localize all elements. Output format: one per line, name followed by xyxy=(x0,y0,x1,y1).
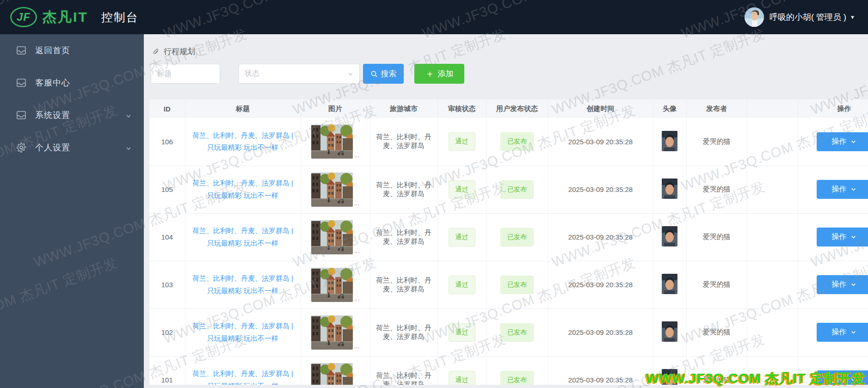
publish-status-badge: 已发布 xyxy=(500,276,534,294)
row-title-link[interactable]: 荷兰、比利时、丹麦、法罗群岛 | 只玩最精彩 玩出不一样 xyxy=(185,129,301,154)
cell-id: 106 xyxy=(149,118,185,166)
cell-image: ... xyxy=(301,261,370,308)
chevron-down-icon xyxy=(125,144,132,151)
cell-image: ... xyxy=(301,308,370,356)
row-title-link[interactable]: 荷兰、比利时、丹麦、法罗群岛 | 只玩最精彩 玩出不一样 xyxy=(185,368,301,385)
table-row: 104荷兰、比利时、丹麦、法罗群岛 | 只玩最精彩 玩出不一样 ...荷兰、比利… xyxy=(149,213,868,261)
row-title-link[interactable]: 荷兰、比利时、丹麦、法罗群岛 | 只玩最精彩 玩出不一样 xyxy=(185,177,301,202)
cell-created-at: 2025-03-09 20:35:28 xyxy=(548,356,653,385)
user-menu[interactable]: 呼吸的小胡( 管理员 ) ▼ xyxy=(745,7,868,27)
cell-id: 102 xyxy=(149,308,185,356)
sidebar-item-personal-settings[interactable]: 个人设置 xyxy=(0,131,144,164)
chevron-down-icon xyxy=(850,377,856,383)
publisher-avatar xyxy=(662,274,677,294)
cell-city: 荷兰、比利时、丹麦、法罗群岛 xyxy=(370,261,437,308)
cell-review-status: 通过 xyxy=(437,356,486,385)
row-action-dropdown-button[interactable]: 操作 xyxy=(817,132,868,151)
row-title-link[interactable]: 荷兰、比利时、丹麦、法罗群岛 | 只玩最精彩 玩出不一样 xyxy=(185,225,301,249)
row-action-dropdown-button[interactable]: 操作 xyxy=(817,228,868,246)
sidebar-item-home[interactable]: 返回首页 xyxy=(0,34,144,67)
publisher-avatar xyxy=(662,321,677,342)
chevron-down-icon xyxy=(850,282,856,288)
sidebar-item-label: 个人设置 xyxy=(35,142,125,153)
add-button[interactable]: ＋ 添加 xyxy=(414,64,464,84)
title-filter-input[interactable] xyxy=(151,64,220,84)
review-status-badge: 通过 xyxy=(449,132,475,151)
review-status-badge: 通过 xyxy=(449,276,475,294)
search-icon xyxy=(370,70,378,78)
cell-title: 荷兰、比利时、丹麦、法罗群岛 | 只玩最精彩 玩出不一样 xyxy=(185,166,301,213)
table-row: 103荷兰、比利时、丹麦、法罗群岛 | 只玩最精彩 玩出不一样 ...荷兰、比利… xyxy=(149,261,868,308)
cell-title: 荷兰、比利时、丹麦、法罗群岛 | 只玩最精彩 玩出不一样 xyxy=(185,356,301,385)
status-select-placeholder: 状态 xyxy=(245,69,259,79)
row-title-link[interactable]: 荷兰、比利时、丹麦、法罗群岛 | 只玩最精彩 玩出不一样 xyxy=(185,272,301,297)
more-images-ellipsis: ... xyxy=(354,199,360,207)
brand-area: JF 杰凡IT 控制台 xyxy=(0,7,139,27)
publisher-avatar xyxy=(662,226,677,246)
cell-spacer xyxy=(747,118,798,166)
trip-photo-thumbnail[interactable] xyxy=(311,220,353,254)
sidebar-item-system-settings[interactable]: 系统设置 xyxy=(0,99,144,131)
user-name: 呼吸的小胡( 管理员 ) xyxy=(770,12,846,23)
cell-publisher-name: 爱哭的猫 xyxy=(686,261,747,308)
status-filter-select[interactable]: 状态 xyxy=(239,64,360,84)
cell-created-at: 2025-03-09 20:35:28 xyxy=(548,166,653,213)
cell-spacer xyxy=(747,213,798,261)
row-action-dropdown-button[interactable]: 操作 xyxy=(817,323,868,342)
row-action-dropdown-button[interactable]: 操作 xyxy=(817,370,868,385)
column-header: 发布者 xyxy=(686,99,747,118)
chevron-down-icon xyxy=(850,234,856,240)
plus-icon: ＋ xyxy=(425,68,435,80)
cell-publisher-name: 爱哭的猫 xyxy=(686,213,747,261)
cell-action: 操作 xyxy=(798,308,868,356)
cell-publisher-name: 爱哭的猫 xyxy=(686,308,747,356)
cell-publisher-avatar xyxy=(653,356,686,385)
inbox-icon xyxy=(16,77,27,88)
review-status-badge: 通过 xyxy=(449,371,475,385)
trip-photo-thumbnail[interactable] xyxy=(311,315,353,350)
cell-created-at: 2025-03-09 20:35:28 xyxy=(548,118,653,166)
review-status-badge: 通过 xyxy=(449,180,475,199)
row-action-dropdown-button[interactable]: 操作 xyxy=(817,180,868,199)
chevron-down-icon xyxy=(850,329,856,335)
app-root: JF 杰凡IT 控制台 呼吸的小胡( 管理员 ) ▼ xyxy=(0,0,868,388)
review-status-badge: 通过 xyxy=(449,323,475,342)
cell-id: 103 xyxy=(149,261,185,308)
publish-status-badge: 已发布 xyxy=(500,323,534,342)
cell-publisher-avatar xyxy=(653,213,686,261)
review-status-badge: 通过 xyxy=(449,228,475,246)
column-header: ID xyxy=(149,99,185,118)
cell-image: ... xyxy=(301,166,370,213)
page-title: 控制台 xyxy=(101,10,139,25)
breadcrumb: 行程规划 xyxy=(152,46,195,57)
row-title-link[interactable]: 荷兰、比利时、丹麦、法罗群岛 | 只玩最精彩 玩出不一样 xyxy=(185,320,301,345)
cell-action: 操作 xyxy=(798,261,868,308)
cell-created-at: 2025-03-09 20:35:28 xyxy=(548,261,653,308)
column-header: 用户发布状态 xyxy=(486,99,548,118)
trip-photo-thumbnail[interactable] xyxy=(311,268,353,302)
cell-image: ... xyxy=(301,118,370,166)
chevron-down-icon xyxy=(347,71,354,77)
cell-publisher-name: 爱哭的猫 xyxy=(686,118,747,166)
cell-image: ... xyxy=(301,356,370,385)
sidebar-item-support[interactable]: 客服中心 xyxy=(0,67,144,99)
chevron-down-icon xyxy=(850,186,856,192)
row-action-dropdown-button[interactable]: 操作 xyxy=(817,275,868,294)
itinerary-table-wrap: ID标题图片旅游城市审核状态用户发布状态创建时间头像发布者操作 106荷兰、比利… xyxy=(149,99,868,385)
trip-photo-thumbnail[interactable] xyxy=(311,124,353,159)
more-images-ellipsis: ... xyxy=(354,247,360,254)
trip-photo-thumbnail[interactable] xyxy=(311,363,353,385)
cell-publish-status: 已发布 xyxy=(486,308,548,356)
cell-created-at: 2025-03-09 20:35:28 xyxy=(548,308,653,356)
user-avatar xyxy=(745,7,764,27)
cell-publisher-avatar xyxy=(653,118,686,166)
search-button[interactable]: 搜索 xyxy=(363,64,404,84)
cell-city: 荷兰、比利时、丹麦、法罗群岛 xyxy=(370,308,437,356)
column-header: 创建时间 xyxy=(548,99,653,118)
cell-action: 操作 xyxy=(798,213,868,261)
top-header: JF 杰凡IT 控制台 呼吸的小胡( 管理员 ) ▼ xyxy=(0,0,868,34)
sidebar: 返回首页 客服中心 系统设置 xyxy=(0,34,144,388)
cell-id: 105 xyxy=(149,166,185,213)
trip-photo-thumbnail[interactable] xyxy=(311,172,353,207)
brand-name: 杰凡IT xyxy=(43,8,88,27)
